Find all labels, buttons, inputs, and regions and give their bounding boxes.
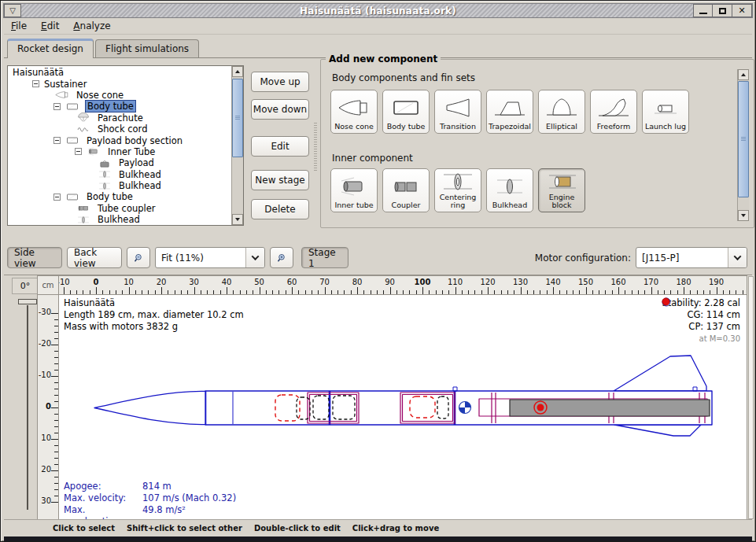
add-freeform-button[interactable]: Freeform	[590, 90, 637, 134]
tree-item-label: Shock cord	[96, 124, 149, 135]
pane-splitter-handle[interactable]	[314, 123, 317, 171]
ruler-label: 20	[157, 278, 167, 286]
tree-scrollbar-thumb[interactable]	[232, 79, 243, 157]
tree-item-shock-cord[interactable]: Shock cord	[9, 124, 231, 135]
ruler-label: 180	[676, 278, 691, 286]
tree-item-bulkhead[interactable]: Bulkhead	[9, 180, 231, 191]
scroll-up-button[interactable]	[232, 66, 243, 77]
tree-item-inner-tube[interactable]: Inner Tube	[9, 146, 231, 157]
groupbox-title: Add new component	[326, 53, 441, 65]
ruler-tick	[586, 287, 587, 294]
ruler-tick	[51, 502, 58, 503]
tree-item-tube-coupler[interactable]: Tube coupler	[9, 203, 231, 214]
add-elliptical-button[interactable]: Elliptical	[538, 90, 585, 134]
add-inner-tube-button[interactable]: Inner tube	[330, 168, 378, 212]
scroll-down-button[interactable]	[232, 214, 243, 225]
zoom-out-button[interactable]	[127, 247, 150, 268]
tree-item-haisun-t[interactable]: Haisunäätä	[9, 67, 231, 78]
tree-item-bulkhead[interactable]: Bulkhead	[9, 214, 231, 225]
cp-value: CP: 137 cm	[688, 321, 740, 333]
motor-configuration-value: [J115-P]	[636, 253, 728, 264]
rotation-slider-track[interactable]	[27, 305, 28, 510]
add-centering-ring-button[interactable]: Centering ring	[434, 168, 481, 212]
minimize-button[interactable]	[693, 4, 713, 17]
tab-flight-simulations[interactable]: Flight simulations	[95, 39, 199, 58]
scroll-down-button[interactable]	[738, 210, 749, 221]
add-coupler-button[interactable]: Coupler	[382, 168, 430, 212]
tab-rocket-design[interactable]: Rocket design	[7, 39, 94, 58]
ruler-tick	[54, 420, 58, 421]
ruler-tick	[481, 290, 482, 294]
side-view-button[interactable]: Side view	[7, 247, 62, 268]
ruler-label: 140	[545, 278, 560, 286]
tree-scrollbar[interactable]	[231, 66, 243, 225]
tree-item-nose-cone[interactable]: Nose cone	[9, 90, 231, 101]
tree-expander-icon[interactable]	[53, 137, 61, 144]
move-down-button[interactable]: Move down	[251, 99, 309, 120]
add-trapezoidal-button[interactable]: Trapezoidal	[486, 90, 533, 134]
tree-item-parachute[interactable]: Parachute	[9, 112, 231, 124]
ruler-tick	[527, 290, 528, 294]
tree-expander-icon[interactable]	[53, 194, 61, 201]
window-menu-button[interactable]: ▽	[4, 4, 21, 17]
menu-analyze[interactable]: Analyze	[66, 19, 117, 33]
tree-expander-icon[interactable]	[75, 148, 82, 155]
ruler-tick	[51, 313, 58, 314]
tree-expander-icon[interactable]	[53, 103, 61, 110]
menu-edit[interactable]: Edit	[34, 19, 66, 33]
back-view-button[interactable]: Back view	[67, 247, 122, 268]
close-button[interactable]: ✕	[732, 4, 752, 17]
tree-item-label: Payload	[117, 157, 156, 168]
rocket-canvas[interactable]: HaisunäätäLength 189 cm, max. diameter 1…	[59, 295, 747, 520]
ruler-tick	[253, 290, 253, 294]
rotation-slider-handle[interactable]	[18, 299, 37, 304]
figure-scrollbar[interactable]	[747, 275, 754, 520]
tree-expander-icon[interactable]	[32, 80, 39, 87]
zoom-level-select[interactable]: Fit (11%)	[155, 247, 265, 268]
add-bulkhead-button[interactable]: Bulkhead	[486, 168, 533, 212]
add-transition-button[interactable]: Transition	[434, 90, 481, 134]
view-toolbar: Side view Back view Fit (11%) Stage 1 Mo…	[4, 239, 752, 275]
rocket-figure-area: 0° cm -100102030405060708090100110120130…	[4, 275, 752, 519]
figure-scrollbar-thumb[interactable]	[748, 276, 754, 519]
edit-button[interactable]: Edit	[251, 136, 309, 157]
ruler-tick	[246, 290, 247, 294]
tree-item-sustainer[interactable]: Sustainer	[9, 78, 231, 89]
stage-1-toggle[interactable]: Stage 1	[301, 247, 348, 268]
bodytube-icon	[64, 101, 81, 112]
minimize-icon	[699, 12, 707, 14]
ruler-tick	[390, 287, 391, 294]
component-panel-scrollbar[interactable]	[737, 69, 749, 221]
maximize-button[interactable]	[713, 4, 732, 17]
new-stage-button[interactable]: New stage	[251, 170, 309, 190]
component-scrollbar-thumb[interactable]	[738, 81, 749, 197]
add-engine-block-button[interactable]: Engine block	[538, 168, 585, 212]
add-nose-cone-button[interactable]: Nose cone	[330, 90, 378, 134]
ruler-tick	[76, 290, 77, 294]
tree-item-payload[interactable]: Payload	[9, 157, 231, 168]
tree-item-body-tube[interactable]: Body tube	[9, 191, 231, 202]
scroll-up-button[interactable]	[738, 69, 749, 80]
zoom-in-button[interactable]	[270, 247, 293, 268]
component-button-label: Engine block	[540, 194, 584, 210]
ruler-tick	[599, 290, 599, 294]
ruler-label: 0	[46, 402, 51, 411]
motor-configuration-select[interactable]: [J115-P]	[636, 247, 747, 268]
delete-button[interactable]: Delete	[251, 199, 309, 219]
tree-item-payload-body-section[interactable]: Payload body section	[9, 135, 231, 146]
tree-item-body-tube[interactable]: Body tube	[9, 101, 231, 112]
component-button-label: Centering ring	[436, 194, 480, 210]
ruler-tick	[697, 290, 698, 294]
ruler-tick	[514, 290, 514, 294]
rocket-design-pane: HaisunäätäSustainerNose coneBody tubePar…	[4, 58, 752, 239]
move-up-button[interactable]: Move up	[251, 72, 309, 92]
ruler-label: 110	[448, 278, 463, 286]
menu-file[interactable]: File	[4, 19, 34, 33]
add-body-tube-button[interactable]: Body tube	[382, 90, 430, 134]
tree-item-bulkhead[interactable]: Bulkhead	[9, 169, 231, 180]
zoom-in-icon	[277, 251, 286, 265]
flight-stat-row: Apogee:814 m	[64, 481, 236, 492]
ruler-tick	[175, 290, 175, 294]
ruler-tick	[357, 287, 358, 294]
add-launch-lug-button[interactable]: Launch lug	[642, 90, 689, 134]
